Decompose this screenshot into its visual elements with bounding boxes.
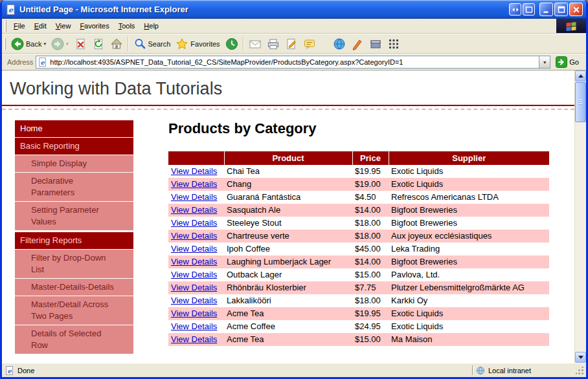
home-icon: [110, 38, 123, 50]
supplier-name: Bigfoot Breweries: [389, 255, 549, 268]
menubar-grip[interactable]: [5, 20, 6, 32]
address-dropdown-icon[interactable]: ▼: [539, 56, 550, 68]
sidebar-item[interactable]: Home: [15, 120, 133, 137]
sidebar-item[interactable]: Filtering Reports: [15, 232, 133, 249]
product-price: $24.95: [352, 320, 389, 333]
product-row: View DetailsOutback Lager$15.00Pavlova, …: [168, 268, 549, 281]
supplier-name: Karkki Oy: [389, 294, 549, 307]
header-blank: [168, 151, 224, 165]
supplier-name: Ma Maison: [389, 333, 549, 346]
discuss-button[interactable]: [300, 36, 319, 52]
view-details-link[interactable]: View Details: [171, 205, 217, 215]
view-details-link[interactable]: View Details: [171, 334, 217, 344]
sidebar-nav: HomeBasic ReportingSimple DisplayDeclara…: [15, 120, 133, 354]
resize-grip-icon[interactable]: [576, 367, 585, 376]
addon-box-button[interactable]: [367, 36, 385, 52]
done-page-icon: e: [5, 366, 14, 375]
maximize-icon: [558, 6, 565, 14]
page-title: Products by Category: [168, 120, 574, 137]
stop-button[interactable]: [71, 36, 89, 52]
edit-button[interactable]: [282, 36, 300, 52]
pen-icon: [351, 38, 364, 50]
product-price: $15.00: [352, 268, 389, 281]
supplier-name: Bigfoot Breweries: [389, 217, 549, 230]
supplier-name: Exotic Liquids: [389, 165, 549, 178]
address-input[interactable]: e http://localhost:4935/ASPNET_Data_Tuto…: [36, 56, 550, 69]
mail-button[interactable]: [246, 36, 264, 52]
product-name: Guaraná Fantástica: [224, 191, 352, 204]
go-arrow-icon: [556, 56, 567, 68]
extra-button-2[interactable]: [523, 3, 535, 16]
history-icon: [225, 38, 238, 50]
sidebar-item[interactable]: Filter by Drop-Down List: [15, 250, 133, 278]
product-name: Steeleye Stout: [224, 217, 352, 230]
addon-grid-button[interactable]: [385, 36, 403, 52]
menu-favorites[interactable]: Favorites: [75, 19, 113, 32]
print-icon: [267, 38, 280, 50]
product-row: View DetailsLaughing Lumberjack Lager$14…: [168, 255, 549, 268]
menu-help[interactable]: Help: [139, 19, 163, 32]
minimize-button[interactable]: [539, 3, 553, 16]
favorites-button[interactable]: Favorites: [173, 36, 222, 52]
product-price: $19.95: [352, 165, 389, 178]
close-icon: [572, 6, 580, 14]
supplier-name: Bigfoot Breweries: [389, 204, 549, 217]
addon-pen-button[interactable]: [348, 36, 367, 52]
view-details-link[interactable]: View Details: [171, 309, 217, 318]
view-details-link[interactable]: View Details: [171, 231, 217, 241]
sidebar-item[interactable]: Declarative Parameters: [15, 173, 133, 201]
view-details-link[interactable]: View Details: [171, 321, 217, 331]
product-name: Lakkalikööri: [224, 294, 352, 307]
home-button[interactable]: [107, 36, 126, 52]
back-button[interactable]: Back ▾: [8, 36, 49, 52]
sidebar-item[interactable]: Simple Display: [15, 155, 133, 172]
scrollbar-thumb[interactable]: [575, 82, 586, 122]
search-button[interactable]: Search: [131, 36, 174, 52]
go-button[interactable]: Go: [553, 56, 584, 68]
scrollbar-track[interactable]: [575, 81, 586, 352]
sidebar-item[interactable]: Master/Detail Across Two Pages: [15, 296, 133, 325]
view-details-link[interactable]: View Details: [171, 283, 217, 292]
menu-view[interactable]: View: [51, 19, 76, 32]
product-row: View DetailsIpoh Coffee$45.00Leka Tradin…: [168, 243, 549, 255]
addon-globe-button[interactable]: [330, 36, 348, 52]
history-button[interactable]: [223, 36, 241, 52]
product-name: Rhönbräu Klosterbier: [224, 281, 352, 294]
vertical-scrollbar[interactable]: [574, 70, 586, 363]
globe-icon: [333, 38, 346, 50]
sidebar-item[interactable]: Basic Reporting: [15, 138, 133, 155]
view-details-link[interactable]: View Details: [171, 296, 217, 305]
view-details-link[interactable]: View Details: [171, 257, 217, 266]
view-details-link[interactable]: View Details: [171, 192, 217, 202]
address-bar: Address e http://localhost:4935/ASPNET_D…: [2, 54, 586, 70]
view-details-link[interactable]: View Details: [171, 179, 217, 189]
sidebar-item[interactable]: Setting Parameter Values: [15, 202, 133, 230]
scroll-down-button[interactable]: [575, 352, 586, 363]
close-button[interactable]: [569, 3, 583, 16]
menu-tools[interactable]: Tools: [114, 19, 140, 32]
toolbar-grip[interactable]: [4, 38, 6, 50]
back-label: Back: [26, 40, 41, 48]
product-price: $18.00: [352, 230, 389, 243]
view-details-link[interactable]: View Details: [171, 244, 217, 254]
title-bar[interactable]: e Untitled Page - Microsoft Internet Exp…: [2, 0, 586, 19]
menu-edit[interactable]: Edit: [30, 19, 51, 32]
intranet-globe-icon: [476, 366, 485, 375]
refresh-button[interactable]: [89, 36, 107, 52]
view-details-link[interactable]: View Details: [171, 166, 217, 176]
product-name: Chai Tea: [224, 165, 352, 178]
view-details-link[interactable]: View Details: [171, 270, 217, 279]
maximize-button[interactable]: [554, 3, 568, 16]
product-row: View DetailsSteeleye Stout$18.00Bigfoot …: [168, 217, 549, 230]
menu-file[interactable]: File: [9, 19, 30, 32]
extra-button-1[interactable]: [509, 3, 521, 16]
product-price: $19.00: [352, 178, 389, 191]
forward-button[interactable]: ▾: [49, 36, 71, 52]
sidebar-item[interactable]: Details of Selected Row: [15, 325, 133, 354]
sidebar-item[interactable]: Master-Details-Details: [15, 279, 133, 296]
window-controls: [509, 3, 583, 16]
security-zone-panel: Local intranet: [476, 366, 573, 375]
print-button[interactable]: [264, 36, 282, 52]
view-details-link[interactable]: View Details: [171, 218, 217, 228]
scroll-up-button[interactable]: [575, 70, 586, 81]
